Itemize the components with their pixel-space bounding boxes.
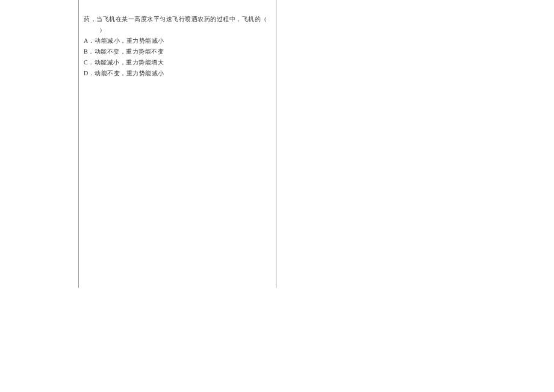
left-column: 药，当飞机在某一高度水平匀速飞行喷洒农药的过程中，飞机的（） A．动能减小，重力… — [78, 0, 271, 288]
option-label: B． — [84, 48, 95, 55]
option-c: C．动能减小，重力势能增大 — [84, 57, 271, 68]
option-label: A． — [84, 37, 95, 44]
question-stem: 药，当飞机在某一高度水平匀速飞行喷洒农药的过程中，飞机的（） — [84, 14, 271, 36]
right-column — [276, 0, 468, 288]
option-text: 动能减小，重力势能减小 — [95, 37, 164, 44]
option-text: 动能不变，重力势能不变 — [95, 48, 164, 55]
option-b: B．动能不变，重力势能不变 — [84, 46, 271, 57]
option-text: 动能减小，重力势能增大 — [95, 59, 164, 66]
stem-end: ） — [99, 26, 106, 33]
option-text: 动能不变，重力势能减小 — [95, 70, 164, 76]
stem-text: 药，当飞机在某一高度水平匀速飞行喷洒农药的过程中，飞机的（ — [84, 16, 267, 22]
option-label: D． — [84, 70, 95, 76]
option-a: A．动能减小，重力势能减小 — [84, 36, 271, 46]
option-label: C． — [84, 59, 95, 66]
document-page: 药，当飞机在某一高度水平匀速飞行喷洒农药的过程中，飞机的（） A．动能减小，重力… — [0, 0, 554, 392]
option-d: D．动能不变，重力势能减小 — [84, 68, 271, 79]
